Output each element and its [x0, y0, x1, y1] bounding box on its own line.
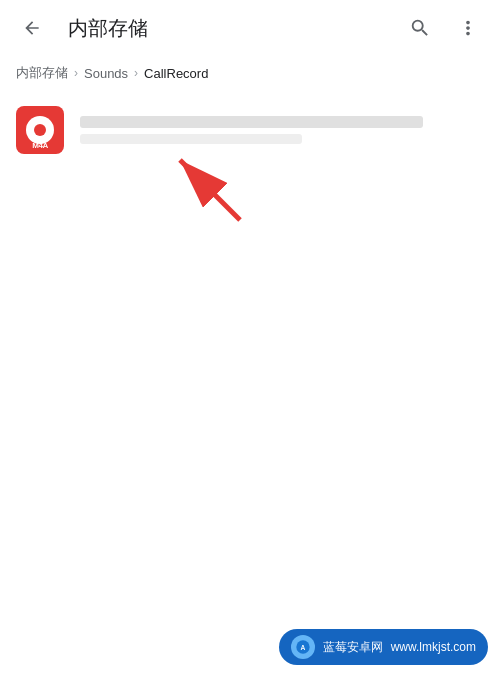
svg-line-1	[180, 160, 240, 220]
watermark-site: www.lmkjst.com	[391, 640, 476, 654]
breadcrumb-current[interactable]: CallRecord	[144, 66, 208, 81]
back-button[interactable]	[16, 12, 48, 44]
breadcrumb-sep-1: ›	[74, 66, 78, 80]
search-button[interactable]	[404, 12, 436, 44]
file-info	[80, 116, 484, 144]
file-icon: M4A	[16, 106, 64, 154]
arrow-svg	[150, 140, 270, 240]
file-icon-dot	[34, 124, 46, 136]
svg-text:A: A	[300, 644, 305, 651]
top-bar: 内部存储	[0, 0, 500, 56]
file-type-label: M4A	[32, 141, 47, 150]
top-bar-right	[404, 12, 484, 44]
watermark-icon: A	[291, 635, 315, 659]
breadcrumb-middle[interactable]: Sounds	[84, 66, 128, 81]
file-name-redacted	[80, 116, 423, 128]
page-title: 内部存储	[68, 15, 148, 42]
top-bar-left: 内部存储	[16, 12, 148, 44]
watermark-brand: 蓝莓安卓网	[323, 639, 383, 656]
arrow-annotation	[150, 140, 270, 240]
more-options-button[interactable]	[452, 12, 484, 44]
breadcrumb: 内部存储 › Sounds › CallRecord	[0, 56, 500, 94]
breadcrumb-sep-2: ›	[134, 66, 138, 80]
breadcrumb-root[interactable]: 内部存储	[16, 64, 68, 82]
file-icon-circle	[26, 116, 54, 144]
watermark: A 蓝莓安卓网 www.lmkjst.com	[279, 629, 488, 665]
